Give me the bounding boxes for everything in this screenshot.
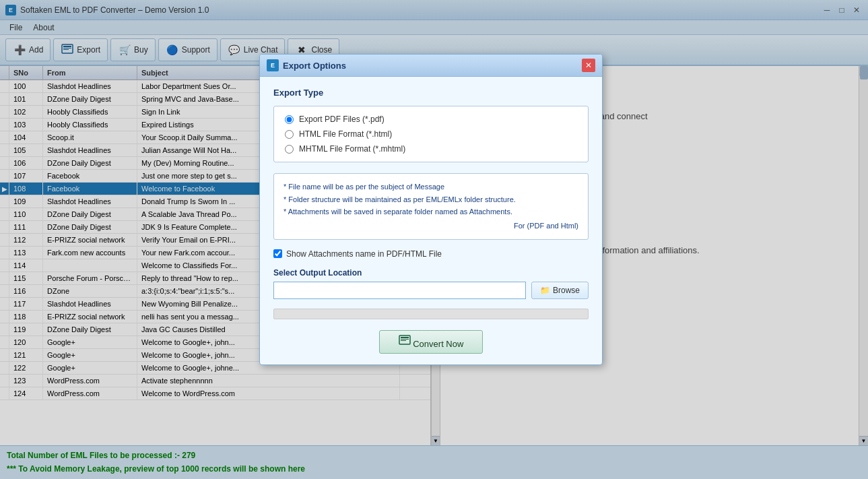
svg-rect-5 (401, 337, 409, 338)
modal-body: Export Type Export PDF Files (*.pdf) HTM… (260, 77, 602, 364)
radio-mhtml[interactable] (285, 145, 294, 154)
svg-rect-6 (401, 339, 409, 340)
attachments-checkbox-row[interactable]: Show Attachments name in PDF/HTML File (273, 249, 589, 259)
convert-icon (399, 339, 413, 349)
browse-label: Browse (553, 286, 580, 295)
modal-close-button[interactable]: ✕ (582, 59, 595, 72)
progress-bar-container (273, 309, 589, 319)
output-location-label: Select Output Location (273, 268, 589, 278)
radio-html-option[interactable]: HTML File Format (*.html) (285, 129, 577, 139)
attachments-checkbox[interactable] (273, 249, 282, 258)
svg-rect-4 (399, 336, 410, 344)
radio-mhtml-label: MHTML File Format (*.mhtml) (299, 144, 405, 154)
radio-html[interactable] (285, 130, 294, 139)
export-options-modal: E Export Options ✕ Export Type Export PD… (259, 54, 603, 365)
radio-mhtml-option[interactable]: MHTML File Format (*.mhtml) (285, 144, 577, 154)
browse-icon: 📁 (540, 286, 550, 295)
radio-html-label: HTML File Format (*.html) (299, 129, 392, 139)
radio-pdf-option[interactable]: Export PDF Files (*.pdf) (285, 115, 577, 124)
info-line-2: * Folder structure will be maintained as… (283, 193, 578, 206)
info-box: * File name will be as per the subject o… (273, 173, 589, 240)
modal-overlay: E Export Options ✕ Export Type Export PD… (0, 0, 868, 479)
attachments-checkbox-label: Show Attachments name in PDF/HTML File (286, 249, 442, 259)
convert-btn-area: Convert Now (273, 330, 589, 354)
modal-header: E Export Options ✕ (260, 55, 602, 77)
export-type-radio-group: Export PDF Files (*.pdf) HTML File Forma… (273, 106, 589, 162)
output-row: 📁 Browse (273, 282, 589, 299)
convert-now-label: Convert Now (413, 339, 463, 349)
radio-pdf-label: Export PDF Files (*.pdf) (299, 115, 385, 124)
modal-icon: E (267, 59, 279, 71)
browse-button[interactable]: 📁 Browse (531, 282, 589, 299)
info-line-1: * File name will be as per the subject o… (283, 181, 578, 193)
info-line-3: * Attachments will be saved in separate … (283, 205, 578, 218)
svg-rect-7 (401, 340, 406, 341)
convert-now-button[interactable]: Convert Now (379, 330, 483, 354)
radio-pdf[interactable] (285, 115, 294, 124)
info-note: For (PDF and Html) (283, 220, 578, 232)
modal-title: Export Options (283, 61, 582, 71)
export-type-heading: Export Type (273, 88, 589, 98)
output-location-input[interactable] (273, 282, 526, 299)
